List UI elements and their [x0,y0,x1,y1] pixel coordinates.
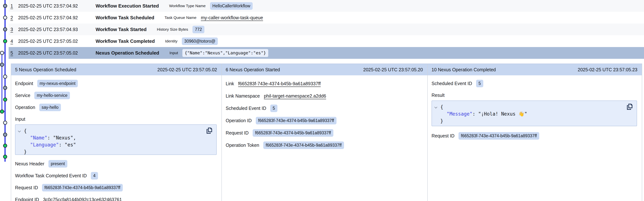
event-row-3[interactable]: 3 2025-02-25 UTC 23:57:04.93 Workflow Ta… [8,24,644,35]
event-marker-scheduled-icon[interactable] [3,121,7,125]
json-sep: : [472,111,478,117]
event-id-link[interactable]: 4 [10,39,18,44]
field-label: Link [226,81,234,86]
panel-header: 5 Nexus Operation Scheduled 2025-02-25 U… [11,64,222,75]
field-value-chip: 4 [91,172,98,179]
field-scheduled-event-id: Scheduled Event ID 5 [432,78,637,89]
event-marker-completed-icon[interactable] [0,109,4,114]
field-link: Link f665283f-743e-4374-b45b-9a61a89337f… [226,78,422,90]
field-operation-token: Operation Token f665283f-743e-4374-b45b-… [226,139,422,151]
json-key: "Message" [446,111,472,117]
field-label: Operation ID [226,118,252,123]
workflow-history-view: 1 2025-02-25 UTC 23:57:04.92 Workflow Ex… [0,0,644,201]
event-id-link[interactable]: 2 [10,15,18,20]
field-label: Operation Token [226,143,259,148]
event-marker-started-icon[interactable] [3,133,7,137]
field-value-chip: f665283f-743e-4374-b45b-9a61a89337ff [256,117,336,124]
timeline-main-line [4,0,6,162]
field-label: Nexus Header [15,161,44,166]
event-marker-completed-icon[interactable] [3,39,7,43]
field-request-id: Request ID f665283f-743e-4374-b45b-9a61a… [432,130,637,142]
event-time: 2025-02-25 UTC 23:57:05.02 [18,50,96,56]
result-json-viewer: { "Message": "¡Hola! Nexus 👋" } [432,101,637,126]
field-value-chip: f665283f-743e-4374-b45b-9a61a89337ff [458,132,539,140]
event-marker-completed-icon[interactable] [3,144,7,148]
field-label: Request ID [432,133,454,138]
event-marker-scheduled-icon[interactable] [3,75,7,79]
field-label: Scheduled Event ID [226,106,266,111]
json-key: "Name" [30,135,47,141]
event-marker-started-icon[interactable] [0,63,4,67]
panel-body: Endpoint my-nexus-endpoint Service my-he… [11,75,222,201]
event-history-timeline [0,0,8,201]
event-name: Workflow Task Completed [96,38,155,44]
event-attr-value-chip: 772 [192,26,204,33]
panel-body: Link f665283f-743e-4374-b45b-9a61a89337f… [222,75,427,151]
field-value-chip: my-nexus-endpoint [37,80,78,87]
field-value-chip: f665283f-743e-4374-b45b-9a61a89337ff [42,184,123,191]
endpoint-id-link[interactable]: 3c0c75ccfa8144b092c13ce632463761 [43,197,122,201]
field-label: Link Namespace [226,93,260,99]
field-endpoint: Endpoint my-nexus-endpoint [15,78,217,89]
event-row-4[interactable]: 4 2025-02-25 UTC 23:57:05.02 Workflow Ta… [8,35,644,47]
panel-header: 6 Nexus Operation Started 2025-02-25 UTC… [222,64,427,75]
json-sep: : [59,142,64,147]
event-attr-value-chip: HelloCallerWorkflow [210,2,253,10]
event-attr-label: Task Queue Name [164,16,196,20]
event-id-link[interactable]: 5 [10,50,18,56]
event-marker-scheduled-icon[interactable] [3,16,7,20]
field-scheduled-event-id: Scheduled Event ID 5 [226,102,422,114]
field-label: Service [15,93,30,98]
json-value: "Nexus", [53,135,76,141]
panel-title: 10 Nexus Operation Completed [432,67,496,72]
copy-icon[interactable] [627,103,632,111]
field-value-chip: 5 [270,105,278,112]
event-row-2[interactable]: 2 2025-02-25 UTC 23:57:04.92 Workflow Ta… [8,12,644,24]
event-time: 2025-02-25 UTC 23:57:04.92 [18,3,96,9]
event-id-link[interactable]: 3 [10,27,18,32]
event-marker-started-icon[interactable] [3,27,7,32]
field-label: Scheduled Event ID [432,81,472,86]
link-namespace-link[interactable]: phil-target-namespace2.a2dd6 [264,93,326,99]
field-nexus-header: Nexus Header present [15,158,217,170]
field-label: Workflow Task Completed Event ID [15,173,87,178]
event-attr-value-chip: 30960@totoro@ [182,38,218,45]
input-json-viewer: { "Name": "Nexus", "Language": "es" } [15,124,217,155]
panel-nexus-operation-started: 6 Nexus Operation Started 2025-02-25 UTC… [222,64,427,201]
field-value-chip: f665283f-743e-4374-b45b-9a61a89337ff [253,129,334,137]
panel-title: 5 Nexus Operation Scheduled [15,67,76,72]
field-label: Result [432,93,444,98]
event-row-1[interactable]: 1 2025-02-25 UTC 23:57:04.92 Workflow Ex… [8,0,644,12]
field-label: Operation [15,105,35,110]
event-attr-label: Workflow Type Name [169,4,206,8]
field-request-id: Request ID f665283f-743e-4374-b45b-9a61a… [15,182,217,194]
task-queue-link[interactable]: my-caller-workflow-task-queue [201,15,263,20]
event-attr-label: Input [170,51,178,55]
json-content: { "Name": "Nexus", "Language": "es" } [18,127,213,155]
event-input-json-chip: {"Name":"Nexus","Language":"es"} [182,49,268,57]
panel-timestamp: 2025-02-25 UTC 23:57:05.23 [578,67,638,72]
event-row-5-selected[interactable]: 5 2025-02-25 UTC 23:57:05.02 Nexus Opera… [8,47,644,59]
field-label: Request ID [226,130,248,136]
field-label: Input [15,116,25,122]
event-id-link[interactable]: 1 [10,3,18,9]
timeline-branch-line [2,53,2,112]
field-service: Service my-hello-service [15,89,217,101]
field-label: Endpoint [15,81,33,86]
field-operation-id: Operation ID f665283f-743e-4374-b45b-9a6… [226,114,422,127]
event-history-list: 1 2025-02-25 UTC 23:57:04.92 Workflow Ex… [8,0,644,59]
json-key: "Language" [30,142,59,147]
event-marker-started-icon[interactable] [3,86,7,90]
link-value[interactable]: f665283f-743e-4374-b45b-9a61a89337ff [238,81,321,86]
field-input: Input [15,113,217,122]
event-marker-scheduled-icon[interactable] [0,51,4,55]
field-request-id: Request ID f665283f-743e-4374-b45b-9a61a… [226,127,422,139]
event-marker-completed-icon[interactable] [3,155,7,159]
event-time: 2025-02-25 UTC 23:57:04.92 [18,15,96,20]
event-name: Nexus Operation Scheduled [96,50,159,56]
panel-nexus-operation-scheduled: 5 Nexus Operation Scheduled 2025-02-25 U… [11,64,222,201]
panel-nexus-operation-completed: 10 Nexus Operation Completed 2025-02-25 … [427,64,642,201]
event-marker-completed-icon[interactable] [3,98,7,102]
event-marker-started-icon[interactable] [3,4,7,8]
copy-icon[interactable] [206,127,212,134]
